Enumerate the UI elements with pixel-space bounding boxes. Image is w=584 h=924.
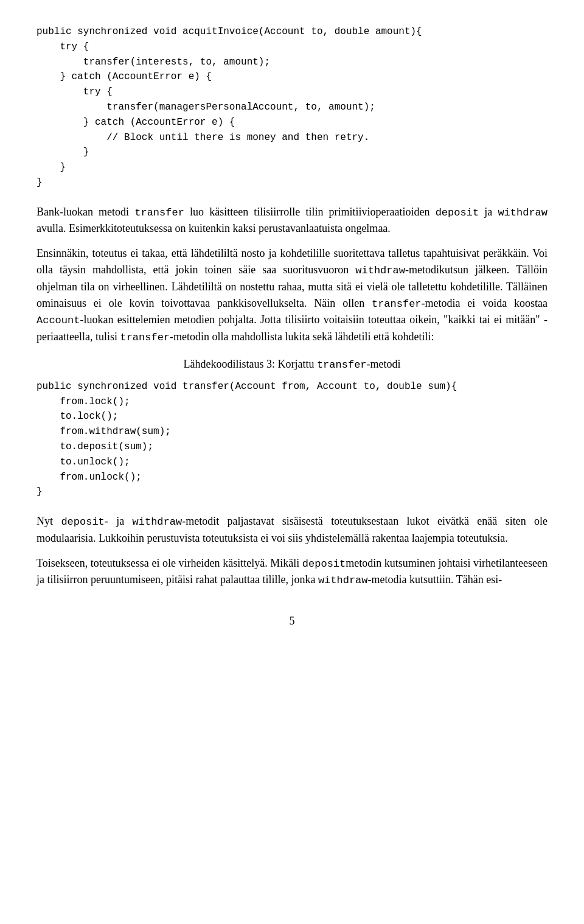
listing-caption: Lähdekoodilistaus 3: Korjattu transfer-m… [36, 356, 548, 373]
para4-text3: -metodia kutsuttiin. Tähän esi- [368, 573, 502, 586]
para2-code3: Account [36, 315, 80, 326]
para1-text2: luo käsitteen tilisiirrolle tilin primit… [184, 206, 436, 218]
para3-mid1: - ja [105, 515, 133, 527]
caption-end: -metodi [367, 358, 401, 370]
para1-text1: Bank-luokan metodi [36, 206, 134, 218]
caption-text: Lähdekoodilistaus 3: Korjattu [183, 358, 316, 370]
paragraph-4: Toisekseen, toteutuksessa ei ole virheid… [36, 555, 548, 589]
paragraph-2: Ensinnäkin, toteutus ei takaa, että lähd… [36, 245, 548, 345]
para2-text5: -metodin olla mahdollista lukita sekä lä… [170, 331, 434, 343]
para1-end: avulla. Esimerkkitoteutuksessa on kuiten… [36, 222, 391, 234]
page-number: 5 [36, 613, 548, 629]
para1-code2: deposit [436, 207, 479, 219]
para3-text1: Nyt [36, 515, 61, 527]
para1-mid: ja [479, 206, 498, 218]
para3-code1: deposit [61, 516, 104, 528]
code-block-2: public synchronized void transfer(Accoun… [36, 379, 548, 500]
para4-text1: Toisekseen, toteutuksessa ei ole virheid… [36, 557, 302, 569]
paragraph-1: Bank-luokan metodi transfer luo käsittee… [36, 204, 548, 237]
para4-code2: withdraw [318, 575, 368, 586]
para3-code2: withdraw [133, 516, 182, 528]
para2-code1: withdraw [355, 265, 405, 276]
caption-code: transfer [317, 359, 367, 371]
para1-code3: withdraw [498, 207, 548, 219]
para1-code1: transfer [134, 207, 184, 219]
para4-code1: deposit [302, 558, 346, 570]
paragraph-3: Nyt deposit- ja withdraw-metodit paljast… [36, 513, 548, 547]
para2-code2: transfer [372, 298, 422, 310]
para2-text3: -metodia ei voida koostaa [422, 297, 548, 309]
code-block-1: public synchronized void acquitInvoice(A… [36, 24, 548, 191]
para2-code4: transfer [120, 332, 170, 343]
page-content: public synchronized void acquitInvoice(A… [36, 24, 548, 629]
